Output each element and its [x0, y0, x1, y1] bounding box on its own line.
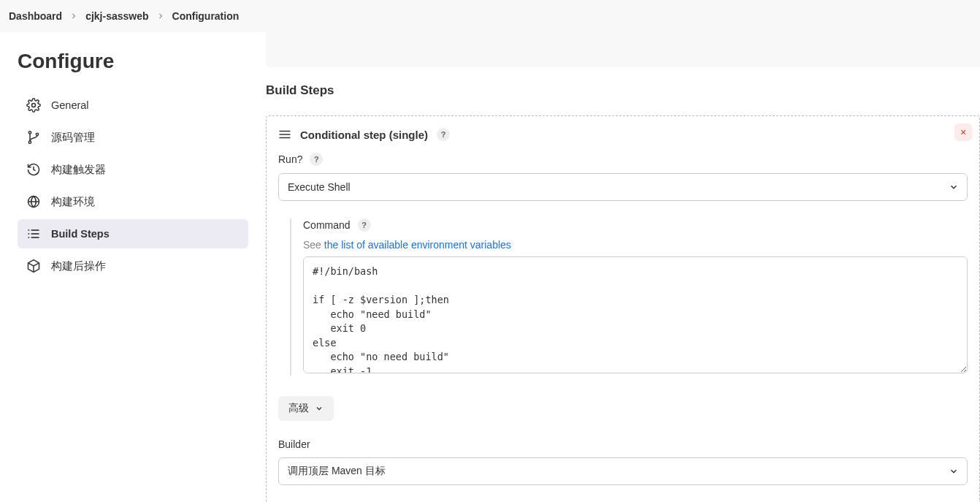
svg-point-0 — [32, 104, 36, 107]
sidebar-item-label: General — [51, 99, 89, 111]
builder-select[interactable]: 调用顶层 Maven 目标 — [278, 457, 968, 485]
drag-handle-icon[interactable] — [278, 128, 291, 141]
sidebar-item-environment[interactable]: 构建环境 — [18, 187, 248, 216]
page-title: Configure — [18, 50, 248, 73]
sidebar-item-source[interactable]: 源码管理 — [18, 123, 248, 152]
sidebar-item-postbuild[interactable]: 构建后操作 — [18, 251, 248, 281]
globe-icon — [26, 194, 41, 209]
main-content: Build Steps × Conditional step (single) … — [257, 32, 980, 502]
sidebar-item-label: Build Steps — [51, 228, 110, 240]
sidebar: Configure General 源码管理 构建触发器 构建环境 — [0, 32, 257, 502]
sidebar-item-general[interactable]: General — [18, 91, 248, 120]
sidebar-item-label: 构建环境 — [51, 195, 95, 209]
builder-label: Builder — [278, 438, 310, 450]
svg-point-3 — [36, 133, 38, 135]
chevron-right-icon — [156, 12, 165, 20]
advanced-button-label: 高级 — [288, 402, 309, 415]
build-step-card: × Conditional step (single) ? Run? ? Exe… — [266, 115, 980, 502]
remove-step-button[interactable]: × — [954, 123, 972, 141]
run-select-value: Execute Shell — [288, 181, 351, 193]
command-textarea[interactable] — [303, 256, 968, 373]
advanced-button[interactable]: 高级 — [278, 396, 334, 421]
breadcrumb-item-dashboard[interactable]: Dashboard — [9, 10, 62, 22]
breadcrumb-item-configuration[interactable]: Configuration — [172, 10, 240, 22]
run-select[interactable]: Execute Shell — [278, 173, 968, 201]
history-icon — [26, 162, 41, 177]
run-label: Run? — [278, 153, 302, 165]
sidebar-item-triggers[interactable]: 构建触发器 — [18, 155, 248, 184]
section-title: Build Steps — [266, 83, 980, 98]
help-button[interactable]: ? — [437, 128, 450, 141]
sidebar-item-label: 构建后操作 — [51, 259, 106, 273]
svg-point-1 — [28, 132, 31, 134]
help-button[interactable]: ? — [310, 153, 323, 166]
package-icon — [26, 259, 41, 273]
previous-section-placeholder — [266, 32, 980, 67]
sidebar-item-label: 源码管理 — [51, 131, 95, 145]
step-title: Conditional step (single) — [300, 129, 428, 141]
help-button[interactable]: ? — [358, 218, 371, 232]
env-var-hint: See the list of available environment va… — [303, 239, 968, 251]
svg-point-2 — [28, 141, 31, 143]
sidebar-item-label: 构建触发器 — [51, 163, 106, 177]
git-branch-icon — [26, 130, 41, 145]
breadcrumb-item-project[interactable]: cjkj-sassweb — [85, 10, 148, 22]
breadcrumb: Dashboard cjkj-sassweb Configuration — [0, 0, 980, 32]
gear-icon — [26, 98, 41, 113]
sidebar-item-build-steps[interactable]: Build Steps — [18, 219, 248, 248]
command-label: Command — [303, 219, 351, 231]
chevron-right-icon — [69, 12, 78, 20]
chevron-down-icon — [315, 404, 324, 413]
builder-select-value: 调用顶层 Maven 目标 — [288, 465, 386, 478]
env-var-link[interactable]: the list of available environment variab… — [324, 239, 511, 251]
command-block: Command ? See the list of available envi… — [290, 218, 968, 376]
close-icon: × — [960, 126, 966, 138]
list-icon — [26, 227, 41, 241]
